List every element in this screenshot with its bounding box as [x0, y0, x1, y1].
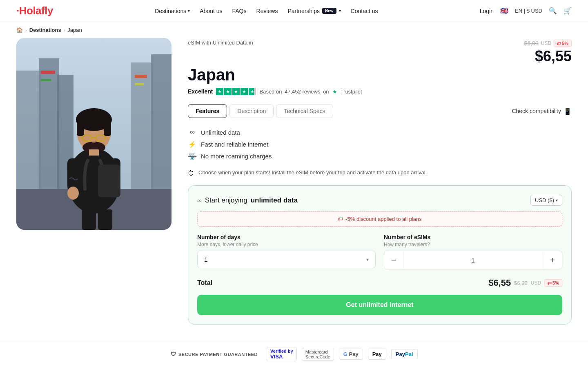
trustpilot-reviews: Based on 47,452 reviews on: [259, 89, 329, 95]
total-row: Total $6,55 $6,90 USD 🏷 5%: [197, 278, 562, 288]
nav-contact[interactable]: Contact us: [351, 8, 378, 14]
breadcrumb-sep2: ›: [64, 28, 65, 33]
nav-faqs[interactable]: FAQs: [232, 8, 247, 14]
applepay-logo: Pay: [368, 349, 386, 360]
features-list: ∞ Unlimited data ⚡ Fast and reliable int…: [188, 126, 572, 162]
chevron-down-icon: ▾: [188, 9, 190, 13]
svg-rect-4: [131, 62, 153, 193]
days-label: Number of days: [197, 234, 376, 240]
navbar: ·Holafly Destinations ▾ About us FAQs Re…: [0, 0, 588, 22]
svg-rect-32: [98, 209, 112, 230]
paypal-logo: PayPal: [391, 349, 418, 359]
current-price: $6,55: [535, 48, 572, 65]
svg-rect-1: [16, 71, 41, 193]
esims-label: Number of eSIMs: [384, 234, 562, 240]
days-sub: More days, lower daily price: [197, 242, 376, 247]
esims-increment-button[interactable]: +: [543, 251, 562, 269]
esims-sub: How many travelers?: [384, 242, 562, 247]
clock-icon: ⏱: [188, 170, 194, 177]
trustpilot-stars: ★ ★ ★ ★ ★: [216, 88, 256, 95]
tabs: Features Description Technical Specs: [188, 104, 333, 118]
reviews-link[interactable]: 47,452 reviews: [285, 89, 320, 95]
svg-rect-9: [135, 83, 144, 85]
nav-links: Destinations ▾ About us FAQs Reviews Par…: [155, 8, 378, 14]
check-compatibility-button[interactable]: Check compatibility 📱: [512, 107, 572, 115]
esims-counter: − 1 +: [384, 251, 562, 269]
nav-destinations[interactable]: Destinations ▾: [155, 8, 190, 14]
trustpilot-platform: Trustpilot: [341, 89, 362, 95]
total-currency: USD: [531, 280, 541, 286]
chevron-down-icon: ▾: [339, 9, 341, 13]
tab-description[interactable]: Description: [229, 104, 274, 118]
nav-partnerships[interactable]: Partnerships New ▾: [287, 8, 341, 14]
svg-rect-30: [98, 165, 120, 197]
product-image: [16, 38, 172, 230]
new-badge: New: [322, 8, 336, 14]
infinity-plan-icon: ∞: [197, 197, 202, 204]
svg-point-26: [67, 187, 79, 200]
login-button[interactable]: Login: [480, 8, 494, 14]
svg-rect-2: [39, 58, 59, 193]
plan-box: ∞ Start enjoying unlimited data USD ($) …: [188, 185, 572, 325]
payment-logos: Verified byVISA MastercardSecureCode G P…: [267, 347, 417, 361]
chevron-down-icon: ▾: [366, 257, 369, 262]
feature-item: ∞ Unlimited data: [188, 126, 572, 138]
esims-decrement-button[interactable]: −: [384, 251, 403, 269]
mastercard-logo: MastercardSecureCode: [302, 348, 334, 361]
shield-icon: 🛡: [171, 351, 176, 357]
trustpilot-word: Excellent: [188, 88, 213, 95]
tab-technical[interactable]: Technical Specs: [276, 104, 333, 118]
nav-about[interactable]: About us: [200, 8, 222, 14]
language-selector[interactable]: EN | $ USD: [515, 8, 542, 14]
no-roaming-icon: 📡: [188, 152, 197, 160]
feature-item: ⚡ Fast and reliable internet: [188, 138, 572, 150]
svg-rect-15: [104, 120, 111, 136]
currency-selector[interactable]: USD ($) ▾: [530, 195, 562, 206]
breadcrumb: 🏠 › Destinations › Japan: [0, 22, 588, 38]
total-price-block: $6,55 $6,90 USD 🏷 5%: [488, 278, 562, 288]
home-icon[interactable]: 🏠: [16, 27, 23, 33]
phone-check-icon: 📱: [564, 107, 572, 115]
notice-text: Choose when your plan starts! Install th…: [198, 169, 427, 176]
search-icon[interactable]: 🔍: [549, 7, 557, 15]
total-original: $6,90: [514, 280, 528, 286]
days-dropdown[interactable]: 1 ▾: [197, 251, 376, 268]
esim-label: eSIM with Unlimited Data in: [188, 40, 253, 46]
notice: ⏱ Choose when your plan starts! Install …: [188, 169, 572, 177]
svg-rect-6: [41, 71, 55, 74]
total-label: Total: [197, 279, 212, 287]
svg-rect-8: [135, 75, 147, 78]
breadcrumb-sep: ›: [25, 28, 27, 33]
original-currency: USD: [541, 40, 551, 46]
product-image-container: [16, 38, 172, 230]
breadcrumb-destinations[interactable]: Destinations: [29, 27, 61, 33]
feature-item: 📡 No more roaming charges: [188, 150, 572, 162]
svg-rect-5: [151, 54, 172, 193]
brand-logo[interactable]: ·Holafly: [16, 4, 53, 17]
nav-reviews[interactable]: Reviews: [256, 8, 278, 14]
secure-label: 🛡 SECURE PAYMENT GUARANTEED: [171, 351, 258, 357]
original-price: $6,90: [524, 40, 539, 47]
trustpilot-icon: ★: [332, 89, 337, 95]
tag-icon: 🏷: [338, 216, 343, 222]
gpay-logo: G Pay: [339, 349, 363, 360]
esims-value: 1: [403, 252, 543, 269]
product-image-svg: [16, 38, 172, 230]
svg-rect-24: [67, 158, 79, 191]
total-discount-badge: 🏷 5%: [544, 279, 562, 287]
discount-badge: 🏷 5%: [554, 40, 572, 47]
flag-icon: 🇬🇧: [500, 7, 508, 15]
cart-icon[interactable]: 🛒: [564, 7, 572, 15]
price-block: $6,90 USD 🏷 5% $6,55: [524, 40, 572, 65]
total-price: $6,55: [488, 278, 511, 288]
cta-button[interactable]: Get unlimited internet: [197, 295, 562, 315]
nav-right: Login 🇬🇧 EN | $ USD 🔍 🛒: [480, 7, 572, 15]
trustpilot: Excellent ★ ★ ★ ★ ★ Based on 47,452 revi…: [188, 88, 572, 95]
days-selector: Number of days More days, lower daily pr…: [197, 234, 376, 269]
svg-rect-31: [82, 209, 96, 230]
tab-features[interactable]: Features: [188, 104, 227, 118]
product-info: eSIM with Unlimited Data in $6,90 USD 🏷 …: [188, 38, 572, 325]
lightning-icon: ⚡: [188, 140, 197, 148]
visa-logo: Verified byVISA: [267, 347, 297, 361]
product-title: Japan: [188, 67, 572, 83]
